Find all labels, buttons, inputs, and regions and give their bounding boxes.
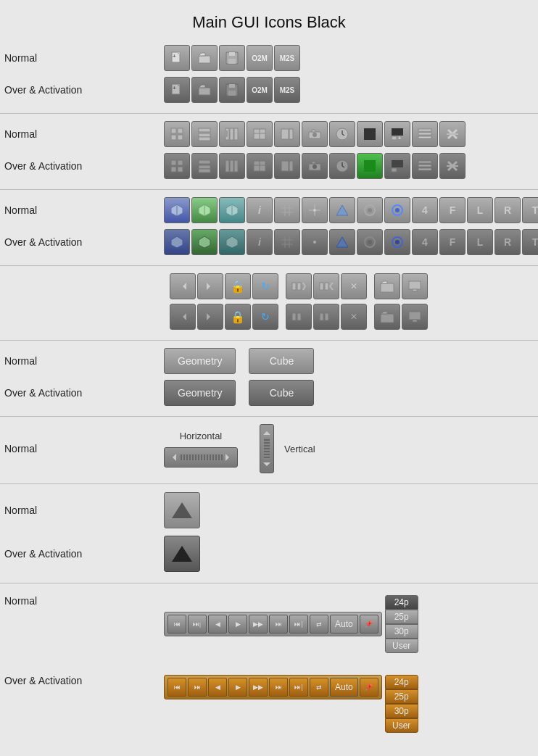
pb-swap-btn[interactable]: ⇄ (310, 615, 328, 634)
fps-24p[interactable]: 24p (385, 595, 418, 610)
prev-icon-over[interactable] (170, 304, 196, 330)
f-icon-over[interactable]: F (439, 229, 465, 255)
view2-icon-over[interactable] (191, 153, 218, 179)
clock-icon[interactable] (329, 121, 355, 147)
save-icon[interactable] (219, 45, 245, 71)
lock-icon-over[interactable]: 🔒 (225, 304, 251, 330)
resize2-icon-over[interactable] (313, 304, 339, 330)
cube-btn-over[interactable]: Cube (249, 380, 314, 406)
pb-pin-btn-over[interactable]: 📌 (360, 678, 378, 697)
camera-icon-over[interactable] (302, 153, 328, 179)
view1-icon-over[interactable] (164, 153, 190, 179)
cube-green-icon[interactable] (191, 197, 218, 223)
monitor-icon[interactable] (402, 273, 428, 299)
view1-icon[interactable] (164, 121, 190, 147)
close-resize-icon-over[interactable]: ✕ (341, 304, 367, 330)
pb-play-btn[interactable]: ▶ (228, 615, 247, 634)
monitor-icon-over[interactable] (402, 304, 428, 330)
mountain-icon[interactable] (329, 197, 355, 223)
fps-user-over[interactable]: User (385, 718, 418, 733)
save-icon-over[interactable] (219, 77, 245, 103)
folder2-icon-over[interactable] (374, 304, 400, 330)
fps-25p[interactable]: 25p (385, 610, 418, 624)
scrollbar-vertical[interactable] (260, 424, 274, 473)
m2s-btn-over[interactable]: M2S (274, 77, 300, 103)
folder2-icon[interactable] (374, 273, 400, 299)
triangle-btn-normal[interactable] (164, 492, 200, 528)
geometry-btn-normal[interactable]: Geometry (164, 348, 236, 374)
scroll-down-arrow[interactable] (263, 462, 270, 470)
r-icon-over[interactable]: R (494, 229, 521, 255)
material-icon[interactable]: + (384, 121, 410, 147)
o2m-btn[interactable]: O2M (247, 45, 273, 71)
pb-prevkey-btn[interactable]: ⏭| (188, 615, 207, 634)
view3-icon[interactable] (219, 121, 245, 147)
scroll-up-arrow[interactable] (263, 428, 270, 435)
grid-icon[interactable] (274, 197, 300, 223)
material-icon-over[interactable] (384, 153, 410, 179)
fps-25p-over[interactable]: 25p (385, 689, 418, 704)
list-icon[interactable] (412, 121, 438, 147)
scroll-track-v[interactable] (264, 438, 270, 460)
pb-fwd-btn[interactable]: ▶▶ (249, 615, 268, 634)
pb-end-btn-over[interactable]: ⏭| (289, 678, 308, 697)
resize1-icon-over[interactable] (286, 304, 312, 330)
tools-icon[interactable] (439, 121, 465, 147)
open-file-icon[interactable] (191, 45, 218, 71)
solid-icon-over[interactable] (357, 153, 383, 179)
pb-back-btn-over[interactable]: ◀ (208, 678, 227, 697)
refresh-icon[interactable]: ↻ (252, 273, 278, 299)
tools-icon-over[interactable] (439, 153, 465, 179)
next-icon[interactable] (197, 273, 223, 299)
view4-icon[interactable] (247, 121, 273, 147)
clock-icon-over[interactable] (329, 153, 355, 179)
pb-fwd-btn-over[interactable]: ▶▶ (249, 678, 268, 697)
circle2-icon[interactable] (384, 197, 410, 223)
scroll-track-h[interactable] (179, 454, 223, 460)
scrollbar-horizontal[interactable] (164, 447, 238, 468)
cube-teal-icon-over[interactable] (219, 229, 245, 255)
view5-icon[interactable] (274, 121, 300, 147)
fps-30p[interactable]: 30p (385, 624, 418, 639)
prev-icon[interactable] (170, 273, 196, 299)
view3-icon-over[interactable] (219, 153, 245, 179)
particle-icon-over[interactable] (302, 229, 328, 255)
pb-nextkey-btn-over[interactable]: ⏭ (269, 678, 288, 697)
new-file-icon[interactable]: + (164, 45, 190, 71)
f-icon[interactable]: F (439, 197, 465, 223)
scroll-left-arrow[interactable] (169, 454, 176, 461)
view4-icon-over[interactable] (247, 153, 273, 179)
cube-btn-normal[interactable]: Cube (249, 348, 314, 374)
camera-icon[interactable] (302, 121, 328, 147)
triangle-btn-over[interactable] (164, 536, 200, 572)
grid-icon-over[interactable] (274, 229, 300, 255)
r-icon[interactable]: R (494, 197, 521, 223)
pb-start-btn-over[interactable]: ⏮ (167, 678, 186, 697)
close-resize-icon[interactable]: ✕ (341, 273, 367, 299)
cube-teal-icon[interactable] (219, 197, 245, 223)
info-icon[interactable]: i (247, 197, 273, 223)
next-icon-over[interactable] (197, 304, 223, 330)
mountain-icon-over[interactable] (329, 229, 355, 255)
pb-prevkey-btn-over[interactable]: ⏭ (188, 678, 207, 697)
resize2-icon[interactable] (313, 273, 339, 299)
fps-user[interactable]: User (385, 639, 418, 653)
num4-icon[interactable]: 4 (412, 197, 438, 223)
pb-back-btn[interactable]: ◀ (208, 615, 227, 634)
circle2-icon-over[interactable] (384, 229, 410, 255)
num4-icon-over[interactable]: 4 (412, 229, 438, 255)
scroll-right-arrow[interactable] (225, 454, 233, 461)
pb-swap-btn-over[interactable]: ⇄ (310, 678, 328, 697)
geometry-btn-over[interactable]: Geometry (164, 380, 236, 406)
list-icon-over[interactable] (412, 153, 438, 179)
pb-start-btn[interactable]: ⏮ (167, 615, 186, 634)
l-icon[interactable]: L (467, 197, 493, 223)
info-icon-over[interactable]: i (247, 229, 273, 255)
view2-icon[interactable] (191, 121, 218, 147)
pb-end-btn[interactable]: ⏭| (289, 615, 308, 634)
circle1-icon-over[interactable] (357, 229, 383, 255)
cube-blue-icon-over[interactable] (164, 229, 190, 255)
solid-icon[interactable] (357, 121, 383, 147)
pb-pin-btn[interactable]: 📌 (360, 615, 378, 634)
fps-30p-over[interactable]: 30p (385, 704, 418, 718)
